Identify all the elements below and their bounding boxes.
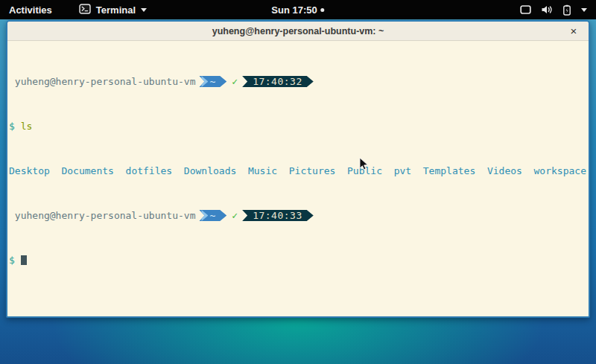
ls-entry: workspace [534,165,586,176]
terminal-window: yuheng@henry-personal-ubuntu-vm: ~ × yuh… [6,20,590,318]
ls-entry: Templates [423,165,475,176]
volume-icon [541,4,553,15]
ls-entry: dotfiles [126,165,173,176]
ls-entry: pvt [394,165,411,176]
powerline-chevron-icon [201,76,208,87]
prompt-time-segment: 17:40:32 [242,76,314,87]
chevron-down-icon [581,8,587,12]
ls-entry: Downloads [184,165,236,176]
clock-button[interactable]: Sun 17:50 [271,0,324,19]
prompt-line: yuheng@henry-personal-ubuntu-vm~✓17:40:3… [9,210,589,221]
ls-output: Desktop Documents dotfiles Downloads Mus… [9,165,589,176]
close-button[interactable]: × [565,22,582,40]
command-text: ls [21,121,33,132]
powerline-chevron-icon [201,210,208,221]
screen-icon [520,4,531,15]
prompt-path-segment: ~ [199,76,226,87]
notification-dot-icon [321,8,325,12]
mouse-cursor [359,157,369,174]
window-title: yuheng@henry-personal-ubuntu-vm: ~ [212,26,384,36]
check-icon: ✓ [232,210,238,221]
window-titlebar[interactable]: yuheng@henry-personal-ubuntu-vm: ~ × [7,22,589,41]
app-menu-terminal[interactable]: Terminal [72,0,154,19]
prompt-user: yuheng@henry-personal-ubuntu-vm [15,76,196,87]
prompt-path-segment: ~ [199,210,226,221]
prompt-line: yuheng@henry-personal-ubuntu-vm~✓17:40:3… [9,76,589,87]
terminal-content[interactable]: yuheng@henry-personal-ubuntu-vm~✓17:40:3… [7,41,589,316]
ls-entry: Music [248,165,277,176]
top-bar: Activities Terminal Sun 17:50 [0,0,596,19]
activities-button[interactable]: Activities [0,0,61,19]
ls-entry: Documents [61,165,113,176]
terminal-icon [79,4,91,16]
battery-charging-icon [562,4,571,16]
prompt-time-segment: 17:40:33 [242,210,314,221]
prompt-symbol: $ [9,255,15,266]
input-line: $ [9,255,589,266]
ls-entry: Videos [487,165,522,176]
chevron-down-icon [141,8,147,12]
terminal-cursor [21,255,27,265]
prompt-user: yuheng@henry-personal-ubuntu-vm [15,210,196,221]
system-status-area[interactable] [520,0,596,19]
ls-entry: Pictures [289,165,336,176]
app-menu-label: Terminal [96,4,136,16]
prompt-symbol: $ [9,121,15,132]
command-line: $ ls [9,121,589,132]
check-icon: ✓ [232,76,238,87]
clock-label: Sun 17:50 [271,4,317,16]
ls-entry: Desktop [9,165,50,176]
